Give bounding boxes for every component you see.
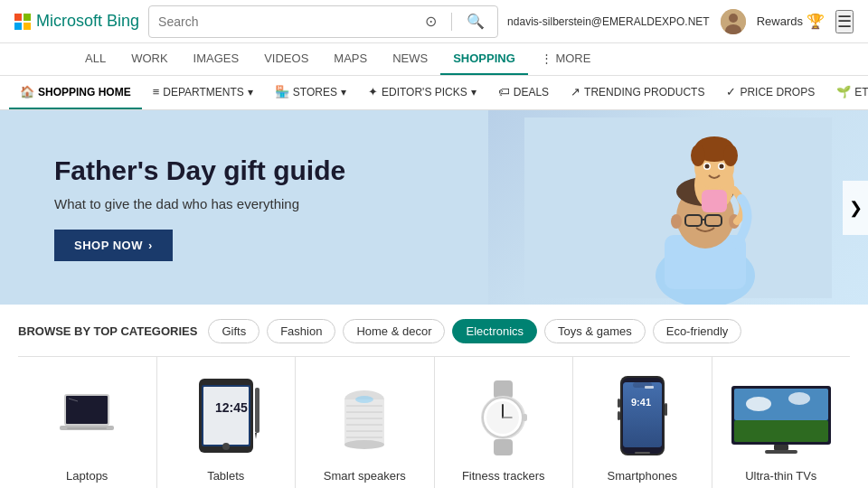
- pill-eco-friendly[interactable]: Eco-friendly: [653, 319, 742, 343]
- product-card-tvs[interactable]: Ultra-thin TVs: [712, 357, 851, 488]
- svg-point-32: [222, 443, 230, 450]
- stores-item[interactable]: 🏪 STORES ▾: [264, 76, 357, 109]
- price-drops-label: PRICE DROPS: [740, 86, 815, 99]
- hero-next-icon: ❯: [849, 198, 863, 218]
- search-bar[interactable]: ⊙ 🔍: [148, 5, 498, 38]
- editors-picks-item[interactable]: ✦ EDITOR'S PICKS ▾: [357, 76, 487, 109]
- trending-item[interactable]: ↗ TRENDING PRODUCTS: [560, 76, 715, 109]
- hero-subtitle: What to give the dad who has everything: [54, 196, 345, 211]
- search-divider: [451, 13, 452, 31]
- categories-section: BROWSE BY TOP CATEGORIES Gifts Fashion H…: [0, 305, 868, 488]
- nav-tabs: ALL WORK IMAGES VIDEOS MAPS NEWS SHOPPIN…: [0, 43, 868, 76]
- hero-image: [488, 110, 868, 305]
- product-card-laptops[interactable]: Laptops: [18, 357, 157, 488]
- svg-rect-70: [774, 445, 788, 450]
- trending-icon: ↗: [571, 85, 580, 99]
- rewards-section[interactable]: Rewards 🏆: [757, 13, 825, 30]
- svg-point-43: [344, 440, 384, 449]
- product-card-fitness[interactable]: Fitness trackers: [435, 357, 574, 488]
- tab-news[interactable]: NEWS: [380, 43, 440, 75]
- svg-point-67: [746, 397, 771, 411]
- editors-label: EDITOR'S PICKS: [382, 86, 467, 99]
- departments-label: DEPARTMENTS: [163, 86, 244, 99]
- tab-maps[interactable]: MAPS: [321, 43, 380, 75]
- browse-label: BROWSE BY TOP CATEGORIES: [18, 324, 197, 338]
- category-pills: Gifts Fashion Home & decor Electronics T…: [208, 319, 741, 343]
- categories-header: BROWSE BY TOP CATEGORIES Gifts Fashion H…: [18, 319, 850, 343]
- rewards-icon: 🏆: [807, 13, 825, 30]
- tab-images[interactable]: IMAGES: [181, 43, 252, 75]
- pill-fashion[interactable]: Fashion: [267, 319, 335, 343]
- svg-rect-60: [635, 452, 650, 454]
- departments-icon: ≡: [153, 85, 160, 99]
- svg-rect-61: [618, 399, 620, 408]
- smartphones-image: 9:41: [582, 371, 703, 462]
- ethical-icon: 🌱: [836, 85, 851, 99]
- tab-work[interactable]: WORK: [118, 43, 180, 75]
- shopping-home-item[interactable]: 🏠 SHOPPING HOME: [9, 76, 142, 109]
- tab-all[interactable]: ALL: [72, 43, 118, 75]
- search-icon[interactable]: 🔍: [463, 13, 488, 30]
- laptops-image: [27, 371, 147, 462]
- departments-arrow: ▾: [248, 86, 253, 99]
- departments-item[interactable]: ≡ DEPARTMENTS ▾: [142, 76, 264, 109]
- search-input[interactable]: [158, 14, 421, 29]
- svg-rect-27: [67, 427, 107, 429]
- deals-label: DEALS: [514, 86, 549, 99]
- tvs-name: Ultra-thin TVs: [745, 469, 816, 483]
- product-card-smartphones[interactable]: 9:41 Smartphones: [573, 357, 712, 488]
- tab-videos[interactable]: VIDEOS: [251, 43, 321, 75]
- ethical-item[interactable]: 🌱 ETHICAL SHOPPING: [826, 76, 868, 109]
- svg-text:9:41: 9:41: [631, 397, 651, 408]
- svg-rect-69: [734, 420, 828, 442]
- pill-gifts[interactable]: Gifts: [208, 319, 259, 343]
- tablets-image: 12:45: [166, 371, 287, 462]
- hero-title: Father's Day gift guide: [54, 155, 345, 187]
- camera-icon[interactable]: ⊙: [421, 13, 440, 30]
- svg-point-44: [355, 396, 373, 403]
- editors-arrow: ▾: [471, 86, 476, 99]
- tablets-name: Tablets: [207, 469, 244, 483]
- bing-text: Bing: [107, 12, 139, 30]
- user-email: ndavis-silberstein@EMERALDEXPO.NET: [507, 15, 710, 28]
- tab-shopping[interactable]: SHOPPING: [440, 43, 528, 75]
- deals-item[interactable]: 🏷 DEALS: [487, 76, 560, 109]
- pill-home-decor[interactable]: Home & decor: [343, 319, 445, 343]
- product-grid: Laptops 12:45 T: [18, 356, 850, 488]
- svg-rect-59: [645, 386, 654, 389]
- tab-more[interactable]: ⋮ MORE: [528, 43, 604, 75]
- price-drops-icon: ✓: [726, 85, 736, 99]
- shop-now-button[interactable]: SHOP NOW ›: [54, 230, 173, 261]
- top-right-area: ndavis-silberstein@EMERALDEXPO.NET Rewar…: [507, 9, 854, 34]
- bing-logo[interactable]: Microsoft Bing: [14, 12, 139, 31]
- editors-icon: ✦: [368, 85, 378, 99]
- hero-next-button[interactable]: ❯: [843, 181, 868, 235]
- svg-point-22: [720, 164, 724, 168]
- shopping-home-label: SHOPPING HOME: [38, 86, 131, 99]
- bing-logo-text: Microsoft Bing: [36, 12, 139, 31]
- svg-rect-62: [618, 411, 620, 420]
- search-icons-group: ⊙ 🔍: [421, 13, 488, 31]
- product-card-tablets[interactable]: 12:45 Tablets: [157, 357, 297, 488]
- ethical-label: ETHICAL SHOPPING: [854, 86, 868, 99]
- pill-electronics[interactable]: Electronics: [452, 319, 537, 343]
- smartphones-name: Smartphones: [608, 469, 677, 483]
- microsoft-text: Microsoft: [36, 12, 102, 30]
- pill-toys-games[interactable]: Toys & games: [544, 319, 646, 343]
- svg-rect-57: [623, 382, 662, 447]
- microsoft-logo-grid: [14, 14, 31, 30]
- price-drops-item[interactable]: ✓ PRICE DROPS: [715, 76, 826, 109]
- svg-point-1: [729, 14, 738, 23]
- svg-rect-51: [494, 439, 513, 455]
- svg-point-18: [723, 145, 738, 166]
- fitness-image: [444, 371, 564, 462]
- svg-marker-34: [255, 433, 257, 439]
- shop-now-arrow: ›: [148, 239, 153, 252]
- trending-label: TRENDING PRODUCTS: [584, 86, 704, 99]
- svg-point-68: [788, 392, 810, 405]
- speakers-image: [305, 371, 425, 462]
- avatar[interactable]: [721, 9, 746, 34]
- hamburger-menu[interactable]: ☰: [835, 10, 854, 33]
- product-card-speakers[interactable]: Smart speakers: [296, 357, 435, 488]
- svg-rect-14: [702, 190, 727, 212]
